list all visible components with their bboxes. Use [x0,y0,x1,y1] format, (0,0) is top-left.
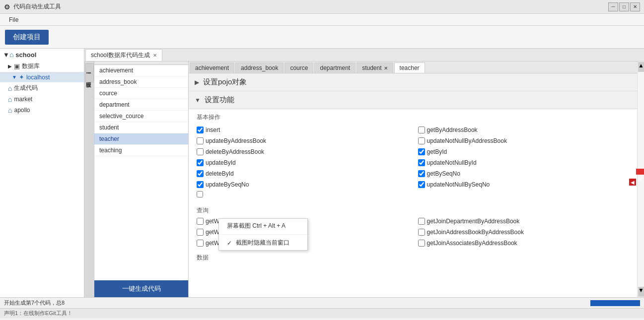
checkbox-getById-input[interactable] [418,148,425,155]
file-menu[interactable]: File [4,15,23,24]
table-list-item-teaching[interactable]: teaching [94,145,188,156]
sidebar-item-apollo[interactable]: ⌂ apollo [0,105,84,116]
checkbox-updateBySeqNo: updateBySeqNo [197,180,408,189]
partial-checkbox-row [197,191,629,197]
checkbox-insert-label: insert [206,127,220,133]
pojo-section-header[interactable]: ▶ 设置pojo对象 [189,73,637,91]
tab-address-book[interactable]: address_book [235,63,284,73]
content-area: school数据库代码生成 ✕ 模板设置 模板设置 achievement ad… [84,49,644,297]
checkbox-deleteByAddressBook: deleteByAddressBook [197,147,408,156]
checkbox-updateNotNullByAddressBook-input[interactable] [418,137,425,144]
main-layout: ▼ ⌂ school ▶ ▣ 数据库 ▼ ✦ localhost ⌂ 生成代码 … [0,49,644,297]
checkbox-getJoinAssociates: getJoinAssociatesByAddressBook [418,239,630,248]
checkbox-insert: insert [197,126,408,134]
table-list-item-selective-cource[interactable]: selective_cource [94,111,188,122]
toolbar: 创建项目 [0,26,644,49]
checkbox-insert-input[interactable] [197,127,204,133]
project-tab-school[interactable]: school数据库代码生成 ✕ [85,49,162,61]
checkbox-updateById: updateById [197,158,408,167]
project-tabs: school数据库代码生成 ✕ [84,49,644,62]
checkbox-updateNotNullByAddressBook-label: updateNotNullByAddressBook [427,137,507,144]
checkbox-getJoinAddrBook-input[interactable] [418,229,425,236]
checkbox-getByAddressBook-input[interactable] [418,127,425,133]
sidebar: ▼ ⌂ school ▶ ▣ 数据库 ▼ ✦ localhost ⌂ 生成代码 … [0,49,84,297]
title-bar: ⚙ 代码自动生成工具 ─ □ ✕ [0,0,644,14]
sidebar-item-gen-code[interactable]: ⌂ 生成代码 [0,82,84,94]
right-edge-arrow-icon[interactable]: ◀ [629,179,636,186]
table-list-item-cource[interactable]: cource [94,88,188,99]
checkbox-updateByAddressBook-input[interactable] [197,137,204,144]
checkbox-getJoinDept-label: getJoinDepartmentByAddressBook [427,218,520,225]
context-menu-separator [219,234,307,235]
table-list-item-student[interactable]: student [94,122,188,133]
sidebar-item-school[interactable]: ▼ ⌂ school [0,49,84,61]
checkbox-getByAddressBook-label: getByAddressBook [427,127,478,133]
market-house-icon: ⌂ [8,95,12,103]
menu-bar: File [0,14,644,26]
table-list-item-department[interactable]: department [94,99,188,111]
checkbox-getById-label: getById [427,148,447,155]
close-button[interactable]: ✕ [630,2,640,11]
checkbox-getWithAddrBook-input[interactable] [197,229,204,236]
tab-student[interactable]: student ✕ [357,63,393,73]
table-list-panel: achievement address_book cource departme… [94,62,189,297]
checkbox-updateNotNullBySeqNo-input[interactable] [418,181,425,188]
context-menu-screenshot[interactable]: 屏幕截图 Ctrl + Alt + A [219,219,307,233]
checkbox-updateById-input[interactable] [197,159,204,166]
checkbox-getWithDept-input[interactable] [197,218,204,225]
right-edge-tab[interactable]: 疑 [636,169,644,175]
function-section-header[interactable]: ▼ 设置功能 [189,91,637,109]
tab-cource[interactable]: cource [285,63,313,73]
checkbox-getById: getById [418,147,630,156]
checkbox-deleteById: deleteById [197,169,408,178]
side-strip-btn2[interactable]: 模板设置 [85,73,94,82]
sidebar-item-localhost[interactable]: ▼ ✦ localhost [0,72,84,82]
tab-student-close-icon[interactable]: ✕ [384,65,388,71]
checkbox-getJoinAssociates-input[interactable] [418,240,425,247]
side-strip-btn1[interactable]: 模板设置 [85,64,94,72]
window-controls: ─ □ ✕ [608,2,640,11]
checkbox-getJoinAddrBook: getJoinAddressBookByAddressBook [418,228,630,237]
context-menu-hide-window[interactable]: ✓ 截图时隐藏当前窗口 [219,236,307,250]
checkbox-deleteById-label: deleteById [206,170,234,177]
tab-department[interactable]: department [314,63,356,73]
apollo-house-icon: ⌂ [8,106,12,114]
context-menu: 屏幕截图 Ctrl + Alt + A ✓ 截图时隐藏当前窗口 [218,218,308,251]
table-list-item-teacher[interactable]: teacher [94,133,188,145]
table-list-item-achievement[interactable]: achievement [94,65,188,76]
table-list-item-address-book[interactable]: address_book [94,76,188,88]
school-house-icon: ⌂ [9,51,13,59]
function-arrow-icon: ▼ [195,97,201,104]
query-label: 查询 [197,203,629,215]
checkbox-deleteByAddressBook-input[interactable] [197,148,204,155]
checkbox-getJoinDept-input[interactable] [418,218,425,225]
tab-achievement[interactable]: achievement [190,63,234,73]
sidebar-item-db[interactable]: ▶ ▣ 数据库 [0,61,84,72]
tab-student-label: student [362,64,381,71]
checkbox-updateNotNullById: updateNotNullById [418,158,630,167]
tab-teacher[interactable]: teacher [394,63,425,73]
scroll-down-arrow[interactable]: ▼ [638,287,644,297]
checkbox-getWithAssociates-input[interactable] [197,240,204,247]
scroll-up-arrow[interactable]: ▲ [638,62,644,72]
tab-teacher-label: teacher [400,64,420,71]
checkbox-updateNotNullById-input[interactable] [418,159,425,166]
partial-checkbox-input[interactable] [197,191,203,197]
project-tab-close-icon[interactable]: ✕ [153,53,157,58]
tab-achievement-label: achievement [195,64,229,71]
scroll-indicator[interactable]: ▲ ▼ [637,62,644,297]
checkbox-getJoinAddrBook-label: getJoinAddressBookByAddressBook [427,229,524,236]
hide-window-check-icon: ✓ [227,240,232,247]
minimize-button[interactable]: ─ [608,2,618,11]
bottom-info: 声明1：在线制作EGit工具！ [0,308,644,318]
create-project-button[interactable]: 创建项目 [5,30,49,45]
tab-address-book-label: address_book [241,64,278,71]
checkbox-updateBySeqNo-input[interactable] [197,181,204,188]
checkbox-getBySeqNo-input[interactable] [418,170,425,177]
apollo-label: apollo [14,107,30,114]
maximize-button[interactable]: □ [619,2,629,11]
window-icon: ⚙ [4,3,10,11]
sidebar-item-market[interactable]: ⌂ market [0,94,84,105]
checkbox-deleteById-input[interactable] [197,170,204,177]
generate-code-button[interactable]: 一键生成代码 [94,280,188,297]
